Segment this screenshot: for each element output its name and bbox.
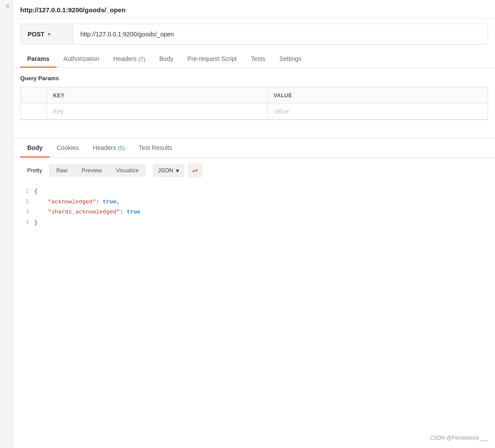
response-section: Body Cookies Headers (5) Test Results Pr… [13, 138, 495, 231]
tab-tests[interactable]: Tests [244, 50, 273, 68]
tab-headers[interactable]: Headers (7) [106, 50, 152, 68]
headers-badge: (7) [138, 56, 145, 62]
header-checkbox-cell [21, 87, 47, 103]
query-params-section: Query Params KEY VALUE Key [13, 68, 495, 120]
line-number: 4 [20, 218, 29, 228]
request-builder: POST ▾ http://127.0.0.1:9200/goods/_open [20, 24, 488, 45]
table-header-row: KEY VALUE [21, 87, 488, 103]
left-sidebar [0, 0, 13, 448]
table-row: Key Value [21, 103, 488, 120]
format-tab-raw[interactable]: Raw [49, 164, 75, 177]
wrap-button[interactable]: ⇌ [188, 163, 202, 178]
row-checkbox-cell [21, 103, 47, 119]
watermark: CSDN @Persistence___ [13, 428, 495, 448]
response-tab-test-results[interactable]: Test Results [132, 138, 179, 157]
json-viewer: 1 { 2 "acknowledged": true, 3 "shards_ac… [13, 183, 495, 231]
main-content: http://127.0.0.1:9200/goods/_open POST ▾… [13, 0, 495, 448]
header-value-cell: VALUE [268, 87, 488, 103]
params-table: KEY VALUE Key Value [20, 87, 488, 120]
tab-body[interactable]: Body [152, 50, 180, 68]
key-column-header: KEY [53, 92, 65, 99]
response-tab-body[interactable]: Body [20, 138, 50, 157]
json-content: "acknowledged": true, [34, 197, 488, 207]
tab-authorization[interactable]: Authorization [57, 50, 107, 68]
sidebar-indicator [6, 4, 9, 8]
response-headers-badge: (5) [118, 145, 125, 151]
format-tab-preview[interactable]: Preview [75, 164, 109, 177]
chevron-down-icon: ▾ [48, 31, 50, 37]
url-bar-section: http://127.0.0.1:9200/goods/_open [13, 0, 495, 18]
request-tabs: Params Authorization Headers (7) Body Pr… [13, 50, 495, 68]
line-number: 2 [20, 198, 29, 207]
value-placeholder: Value [274, 108, 289, 115]
tab-params[interactable]: Params [20, 50, 57, 68]
json-content: { [34, 186, 488, 196]
wrap-icon: ⇌ [192, 166, 198, 174]
json-line-4: 4 } [20, 217, 488, 228]
json-content: } [34, 217, 488, 228]
method-selector[interactable]: POST ▾ [21, 24, 73, 44]
key-placeholder: Key [53, 108, 64, 115]
url-title: http://127.0.0.1:9200/goods/_open [20, 6, 126, 14]
format-tab-visualize[interactable]: Visualize [109, 164, 146, 177]
response-tab-cookies[interactable]: Cookies [50, 138, 86, 157]
row-key-cell[interactable]: Key [47, 103, 268, 119]
language-chevron-icon: ▾ [176, 167, 179, 174]
json-line-2: 2 "acknowledged": true, [20, 197, 488, 207]
json-line-3: 3 "shards_acknowledged": true [20, 207, 488, 217]
row-value-cell[interactable]: Value [268, 103, 488, 119]
format-tabs: Pretty Raw Preview Visualize [20, 164, 146, 177]
tab-settings[interactable]: Settings [272, 50, 308, 68]
url-input[interactable]: http://127.0.0.1:9200/goods/_open [73, 31, 488, 38]
query-params-title: Query Params [20, 75, 488, 82]
language-label: JSON [158, 167, 173, 174]
response-tabs: Body Cookies Headers (5) Test Results [13, 138, 495, 158]
json-content: "shards_acknowledged": true [34, 207, 488, 217]
line-number: 1 [20, 187, 29, 197]
response-tab-headers[interactable]: Headers (5) [86, 138, 132, 157]
value-column-header: VALUE [274, 92, 292, 99]
header-key-cell: KEY [47, 87, 268, 103]
tab-prerequest[interactable]: Pre-request Script [180, 50, 244, 68]
language-selector[interactable]: JSON ▾ [153, 164, 184, 177]
method-label: POST [28, 31, 44, 38]
json-line-1: 1 { [20, 186, 488, 197]
response-toolbar: Pretty Raw Preview Visualize JSON ▾ [13, 158, 495, 183]
line-number: 3 [20, 208, 29, 217]
format-tab-pretty[interactable]: Pretty [20, 164, 49, 177]
